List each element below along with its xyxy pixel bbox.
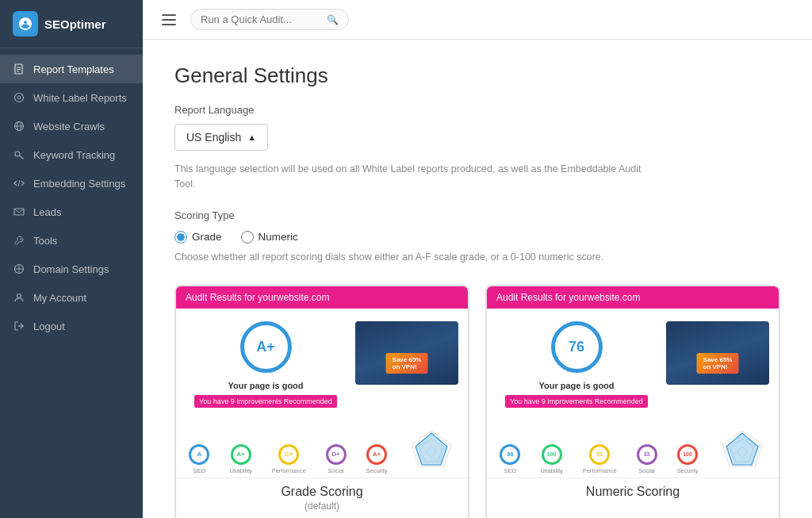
numeric-ad-badge: Save 65%on VPN! <box>697 353 739 374</box>
sidebar-item-tools[interactable]: Tools <box>0 226 143 255</box>
numeric-mini-security-label: Security <box>677 467 699 474</box>
sidebar-item-leads[interactable]: Leads <box>0 198 143 226</box>
radio-grade[interactable]: Grade <box>174 231 222 244</box>
code-icon <box>13 177 25 190</box>
numeric-mini-usability: 100 Usability <box>540 444 562 474</box>
numeric-card-body: 76 Your page is good You have 9 Improvem… <box>487 309 779 420</box>
numeric-scoring-card: Audit Results for yourwebsite.com 76 You… <box>485 285 780 519</box>
sidebar-item-white-label-reports[interactable]: White Label Reports <box>0 83 143 112</box>
grade-radar-chart <box>408 427 455 474</box>
grade-mini-usability-circle: A+ <box>231 444 251 465</box>
sidebar-label-my-account: My Account <box>33 292 86 304</box>
numeric-mini-performance: 51 Performance <box>583 444 617 474</box>
grade-mini-performance-label: Performance <box>272 467 306 474</box>
sidebar-label-website-crawls: Website Crawls <box>33 121 105 132</box>
sidebar-item-embedding-settings[interactable]: Embedding Settings <box>0 169 143 198</box>
grade-mini-social: D+ Social <box>326 444 347 474</box>
sidebar-item-my-account[interactable]: My Account <box>0 283 143 312</box>
app-logo-icon <box>13 11 38 36</box>
grade-mini-security-label: Security <box>366 467 388 474</box>
numeric-mini-security: 100 Security <box>677 444 699 474</box>
numeric-mini-security-circle: 100 <box>677 444 698 465</box>
tool-icon <box>13 234 25 247</box>
sidebar-label-domain-settings: Domain Settings <box>33 263 109 275</box>
grade-scoring-card: Audit Results for yourwebsite.com A+ You… <box>174 285 469 519</box>
numeric-radar-chart <box>718 427 766 474</box>
grade-mini-security: A+ Security <box>366 444 388 474</box>
sidebar-label-keyword-tracking: Keyword Tracking <box>33 149 115 161</box>
grade-mini-seo-label: SEO <box>193 467 206 474</box>
numeric-card-inner: Audit Results for yourwebsite.com 76 You… <box>487 286 779 478</box>
grade-score-circle: A+ <box>240 321 292 373</box>
grade-card-header: Audit Results for yourwebsite.com <box>176 286 468 309</box>
search-icon: 🔍 <box>327 14 339 25</box>
numeric-mini-social: 33 Social <box>637 444 657 474</box>
scoring-radio-group: Grade Numeric <box>174 231 780 244</box>
grade-ad-badge: Save 65%on VPN! <box>386 353 428 374</box>
search-input[interactable] <box>201 13 322 25</box>
grade-imp-badge: You have 9 Improvements Recommended <box>194 395 337 408</box>
numeric-mini-social-label: Social <box>638 467 654 474</box>
hamburger-button[interactable] <box>159 11 179 29</box>
numeric-card-footer-sub <box>487 501 779 519</box>
grade-mini-seo: A SEO <box>189 444 209 474</box>
sidebar-logo: SEOptimer <box>0 0 143 48</box>
grade-mini-performance-circle: C+ <box>278 444 299 465</box>
sidebar-item-logout[interactable]: Logout <box>0 312 143 340</box>
grade-score-area: A+ Your page is good You have 9 Improvem… <box>186 321 346 408</box>
scoring-type-label: Scoring Type <box>174 209 780 221</box>
grade-mini-usability-label: Usability <box>229 467 251 474</box>
sidebar-item-website-crawls[interactable]: Website Crawls <box>0 112 143 140</box>
hamburger-line-3 <box>162 24 176 25</box>
search-box: 🔍 <box>190 9 349 30</box>
scoring-info-text: Choose whether all report scoring dials … <box>174 251 650 263</box>
key-icon <box>13 148 25 161</box>
language-select-button[interactable]: US English ▲ <box>174 124 268 151</box>
scoring-cards: Audit Results for yourwebsite.com A+ You… <box>174 285 780 519</box>
grade-mini-seo-circle: A <box>189 444 209 465</box>
grade-mini-usability: A+ Usability <box>229 444 251 474</box>
numeric-card-screenshot: Save 65%on VPN! <box>666 321 769 385</box>
sidebar-item-keyword-tracking[interactable]: Keyword Tracking <box>0 140 143 169</box>
sidebar-item-domain-settings[interactable]: Domain Settings <box>0 255 143 283</box>
grade-card-footer-sub: (default) <box>176 501 468 519</box>
sidebar-item-report-templates[interactable]: Report Templates <box>0 55 143 83</box>
language-arrow: ▲ <box>247 132 256 142</box>
radio-numeric-label: Numeric <box>259 231 298 243</box>
report-language-label: Report Language <box>174 104 780 116</box>
radio-numeric-input[interactable] <box>241 231 254 244</box>
content-area: General Settings Report Language US Engl… <box>143 40 812 518</box>
sidebar-label-logout: Logout <box>33 320 65 332</box>
grade-mini-security-circle: A+ <box>366 444 387 465</box>
tag-icon <box>13 91 25 104</box>
grade-mini-performance: C+ Performance <box>272 444 306 474</box>
grade-mini-social-circle: D+ <box>326 444 347 465</box>
numeric-mini-performance-circle: 51 <box>589 444 610 465</box>
hamburger-line-2 <box>162 19 176 21</box>
svg-line-11 <box>18 180 20 186</box>
grade-card-screenshot: Save 65%on VPN! <box>355 321 458 385</box>
main-area: 🔍 General Settings Report Language US En… <box>143 0 812 518</box>
app-name: SEOptimer <box>44 17 106 31</box>
numeric-mini-seo-label: SEO <box>504 467 517 474</box>
svg-point-4 <box>15 94 24 102</box>
numeric-score-circle: 76 <box>551 321 603 373</box>
grade-mini-circles: A SEO A+ Usability C+ Performance D+ <box>176 420 468 478</box>
numeric-mini-performance-label: Performance <box>583 467 617 474</box>
grade-good-text: Your page is good <box>228 381 303 390</box>
svg-point-16 <box>17 294 21 298</box>
numeric-card-header: Audit Results for yourwebsite.com <box>487 286 779 309</box>
sidebar-label-tools: Tools <box>33 235 57 247</box>
numeric-mini-social-circle: 33 <box>637 444 657 465</box>
globe2-icon <box>13 263 25 275</box>
hamburger-line-1 <box>162 14 176 16</box>
grade-card-inner: Audit Results for yourwebsite.com A+ You… <box>176 286 468 478</box>
grade-mini-social-label: Social <box>327 467 343 474</box>
sidebar-label-leads: Leads <box>33 206 61 218</box>
numeric-mini-circles: 86 SEO 100 Usability 51 Performance 33 <box>487 420 779 478</box>
sidebar-label-embedding-settings: Embedding Settings <box>33 178 125 190</box>
logout-icon <box>13 320 25 332</box>
radio-grade-input[interactable] <box>174 231 187 244</box>
numeric-mini-seo-circle: 86 <box>500 444 520 465</box>
radio-numeric[interactable]: Numeric <box>241 231 298 244</box>
